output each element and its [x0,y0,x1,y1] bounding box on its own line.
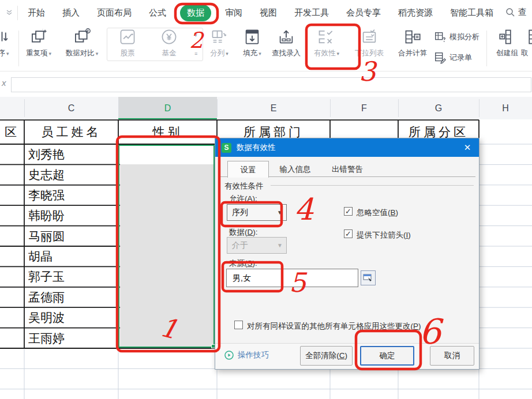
dialog-footer: 操作技巧 全部清除(C) 确定 取消 [215,343,479,369]
cancel-button[interactable]: 取消 [430,346,474,366]
clear-all-button[interactable]: 全部清除(C) [300,346,353,366]
ignore-blank-label: 忽略空值(B) [357,208,398,218]
selection-border [118,145,215,348]
apply-all-label: 对所有同样设置的其他所有单元格应用这些更改(P) [247,321,421,332]
wps-spreadsheet-app: 开始插入页面布局公式数据审阅视图开发工具会员专享稻壳资源智能工具箱 查 序 重复… [0,0,532,399]
data-label: 数据(D): [229,227,258,238]
allow-label: 允许(A): [229,194,257,204]
dialog-titlebar[interactable]: S 数据有效性 ✕ [215,138,479,157]
allow-combobox[interactable]: 序列▼ [227,204,287,221]
dialog-tab-出错警告[interactable]: 出错警告 [321,162,373,177]
source-label: 来源(S): [229,258,257,269]
ok-button[interactable]: 确定 [360,346,414,366]
dropdown-arrow-checkbox[interactable]: ✓ [344,229,353,238]
play-icon [224,351,234,360]
dialog-title: 数据有效性 [237,142,276,153]
wps-logo-icon: S [222,143,231,153]
dialog-tabs: 设置输入信息出错警告 [220,161,475,177]
close-icon[interactable]: ✕ [462,142,473,153]
tips-link[interactable]: 操作技巧 [224,350,269,360]
name-cell[interactable]: 王雨婷 [28,328,65,348]
dialog-tab-输入信息[interactable]: 输入信息 [269,162,321,177]
name-cell[interactable]: 史志超 [28,164,65,185]
table-header-region: 区 [0,120,24,144]
name-cell[interactable]: 郭子玉 [28,266,65,287]
chevron-down-icon: ▼ [277,238,283,253]
name-cell[interactable]: 胡晶 [28,246,53,266]
table-header-gender: 性别 [118,120,217,144]
name-cell[interactable]: 韩盼盼 [28,205,65,225]
range-picker-icon [363,273,373,283]
apply-all-checkbox[interactable] [234,321,243,329]
dropdown-arrow-label: 提供下拉箭头(I) [357,230,411,240]
source-input[interactable]: 男,女 [226,269,358,287]
data-combobox-disabled: 介于▼ [227,237,287,254]
range-picker-button[interactable] [361,270,376,285]
name-cell[interactable]: 孟德雨 [28,287,65,307]
name-cell[interactable]: 刘秀艳 [28,144,65,164]
name-cell[interactable]: 马丽圆 [28,226,65,246]
validity-condition-group-label: 有效性条件 [224,181,264,191]
chevron-down-icon: ▼ [277,205,283,220]
data-validation-dialog: S 数据有效性 ✕ 设置输入信息出错警告 有效性条件 允许(A): 序列▼ ✓ … [215,138,479,370]
ignore-blank-checkbox[interactable]: ✓ [344,207,353,216]
name-cell[interactable]: 吴明波 [28,307,65,328]
name-cell[interactable]: 李晓强 [28,185,65,205]
dialog-tab-设置[interactable]: 设置 [227,161,269,178]
table-header-name: 员工姓名 [24,120,118,144]
